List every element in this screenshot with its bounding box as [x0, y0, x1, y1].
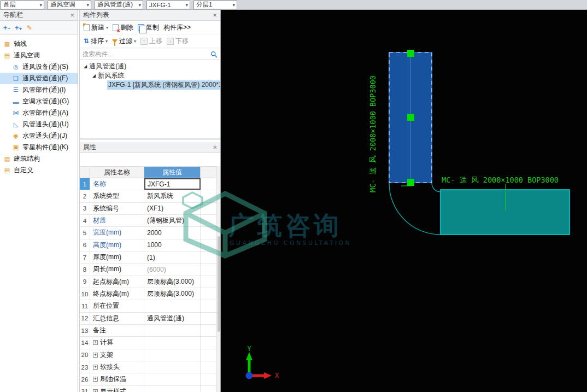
category-combo[interactable]: 通风管道(通)▾ [95, 1, 143, 9]
property-name-cell[interactable]: 材质 [90, 215, 144, 226]
move-up-button[interactable]: ↑ 上移 [139, 36, 163, 46]
property-value-cell[interactable] [144, 337, 201, 348]
property-name-cell[interactable]: +计算 [90, 337, 144, 348]
tree-node-system[interactable]: ◢ 新风系统 [80, 71, 220, 80]
component-library-button[interactable]: 构件库>> [162, 22, 192, 33]
property-name-cell[interactable]: 终点标高(m) [90, 288, 144, 300]
scrollbar-thumb[interactable] [218, 236, 220, 332]
property-row-number: 13 [80, 325, 90, 336]
property-value-cell[interactable] [144, 361, 201, 373]
copy-button[interactable]: 复制 [137, 22, 160, 33]
sidebar-item[interactable]: ◎通风设备(通)(S) [0, 61, 78, 73]
property-value-cell[interactable]: 层顶标高(3.000) [144, 276, 201, 288]
property-value-cell[interactable]: 新风系统 [144, 190, 201, 202]
cad-canvas[interactable]: 广筑咨询 GUANGZHU CONSULTATION MC- 送 风 2000×… [221, 10, 587, 392]
property-value-cell[interactable]: (6000) [144, 264, 201, 275]
horizontal-duct[interactable] [441, 190, 570, 235]
sidebar-item[interactable]: ▤建筑结构 [0, 153, 78, 165]
property-name-cell[interactable]: 备注 [90, 325, 144, 336]
chevron-down-icon[interactable]: ▾ [86, 2, 89, 8]
property-name-cell[interactable]: 宽度(mm) [90, 227, 144, 238]
property-value-cell[interactable]: (薄钢板风管) [144, 215, 201, 226]
sort-button[interactable]: ⇅ 排序 ▾ [83, 36, 109, 46]
column-header-name[interactable]: 属性名称 [90, 167, 144, 178]
sidebar-item[interactable]: ◺风管通头(通)(U) [0, 119, 78, 130]
property-name-cell[interactable]: 所在位置 [90, 300, 144, 312]
specialty-combo[interactable]: 通风空调▾ [48, 1, 91, 9]
arrow-up-icon: ↑ [140, 38, 148, 45]
tree-expanded-icon[interactable]: ◢ [84, 64, 87, 69]
sidebar-item[interactable]: ☰风管部件(通)(I) [0, 84, 78, 96]
property-value-cell[interactable]: (XF1) [144, 203, 201, 214]
search-input[interactable] [83, 51, 210, 57]
component-combo[interactable]: JXFG-1▾ [146, 1, 190, 9]
property-name-cell[interactable]: 名称 [90, 178, 144, 190]
search-icon[interactable] [210, 51, 218, 58]
property-value-cell[interactable]: (1) [144, 251, 201, 263]
property-name-cell[interactable]: +显示样式 [90, 386, 144, 392]
filter-funnel-icon [112, 39, 118, 43]
property-name-cell[interactable]: 系统编号 [90, 203, 144, 214]
sidebar-item[interactable]: ▦轴线 [0, 38, 78, 50]
edit-list-icon[interactable]: ✎ [27, 24, 32, 32]
floor-combo[interactable]: 首层▾ [1, 1, 44, 9]
expand-plus-icon[interactable]: + [93, 389, 98, 392]
property-value-cell[interactable]: 1000 [144, 239, 201, 251]
property-value-cell[interactable] [144, 300, 201, 312]
property-value-cell[interactable]: 通风管道(通) [144, 313, 201, 324]
column-header-value[interactable]: 属性值 [144, 167, 201, 178]
property-value-cell[interactable] [144, 373, 201, 385]
property-name-cell[interactable]: 高度(mm) [90, 239, 144, 251]
property-value-cell[interactable]: JXFG-1 [144, 178, 201, 190]
property-name-cell[interactable]: 汇总信息 [90, 313, 144, 324]
property-name-cell[interactable]: +支架 [90, 349, 144, 361]
component-list-toolbar-row2: ⇅ 排序 ▾ 过滤 ▾ ↑ 上移 ↓ 下移 [80, 34, 220, 48]
property-name-cell[interactable]: +软接头 [90, 361, 144, 373]
collapse-all-icon[interactable]: +₋ [3, 24, 10, 32]
new-button[interactable]: 新建 ▾ [83, 22, 109, 33]
move-down-button[interactable]: ↓ 下移 [166, 36, 190, 46]
sidebar-item[interactable]: ▤自定义 [0, 165, 78, 176]
close-icon[interactable]: × [213, 144, 217, 151]
chevron-down-icon[interactable]: ▾ [185, 2, 188, 8]
tree-node-component-selected[interactable]: JXFG-1 [新风系统 (薄钢板风管) 2000*1000 [107, 80, 220, 90]
close-icon[interactable]: × [213, 11, 217, 19]
property-value-cell[interactable]: 层顶标高(3.000) [144, 288, 201, 300]
sidebar-item[interactable]: ▣零星构件(通)(K) [0, 142, 78, 153]
close-icon[interactable]: × [70, 11, 74, 19]
property-value-cell[interactable] [144, 349, 201, 361]
chevron-down-icon[interactable]: ▾ [138, 2, 141, 8]
property-name-cell[interactable]: 起点标高(m) [90, 276, 144, 288]
delete-button[interactable]: 删除 [111, 22, 134, 33]
grip-middle[interactable] [407, 114, 414, 121]
chevron-down-icon[interactable]: ▾ [39, 2, 42, 8]
duct-elbow[interactable] [389, 183, 441, 235]
property-row-number: 31 [80, 386, 90, 392]
expand-plus-icon[interactable]: + [93, 340, 98, 345]
chevron-down-icon[interactable]: ▾ [232, 2, 235, 8]
expand-plus-icon[interactable]: + [93, 353, 98, 358]
expand-plus-icon[interactable]: + [93, 365, 98, 370]
property-name-cell[interactable]: 厚度(mm) [90, 251, 144, 263]
tree-node-category[interactable]: ◢ 通风管道(通) [80, 62, 220, 71]
property-name-cell[interactable]: 周长(mm) [90, 264, 144, 275]
sidebar-item[interactable]: ❏通风管道(通)(F) [0, 73, 78, 84]
properties-scrollbar[interactable] [216, 166, 220, 392]
tree-expanded-icon[interactable]: ◢ [92, 73, 96, 78]
sidebar-item[interactable]: ◉水管通头(通)(J) [0, 130, 78, 142]
property-name-cell[interactable]: 系统类型 [90, 190, 144, 202]
sidebar-item[interactable]: ▤通风空调 [0, 50, 78, 61]
property-value-cell[interactable] [144, 386, 201, 392]
grip-bottom[interactable] [407, 179, 414, 186]
property-name-cell[interactable]: +刷油保温 [90, 373, 144, 385]
layer-combo[interactable]: 分层1▾ [193, 1, 237, 9]
property-value-cell[interactable]: 2000 [144, 227, 201, 238]
sidebar-item[interactable]: ⋈水管部件(通)(A) [0, 107, 78, 119]
grip-top[interactable] [407, 50, 414, 57]
expand-all-icon[interactable]: +₊ [15, 24, 22, 32]
sidebar-item[interactable]: ▬空调水管(通)(G) [0, 96, 78, 107]
expand-plus-icon[interactable]: + [93, 377, 98, 382]
property-row-number: 11 [80, 300, 90, 312]
property-value-cell[interactable] [144, 325, 201, 336]
filter-button[interactable]: 过滤 ▾ [111, 36, 137, 46]
